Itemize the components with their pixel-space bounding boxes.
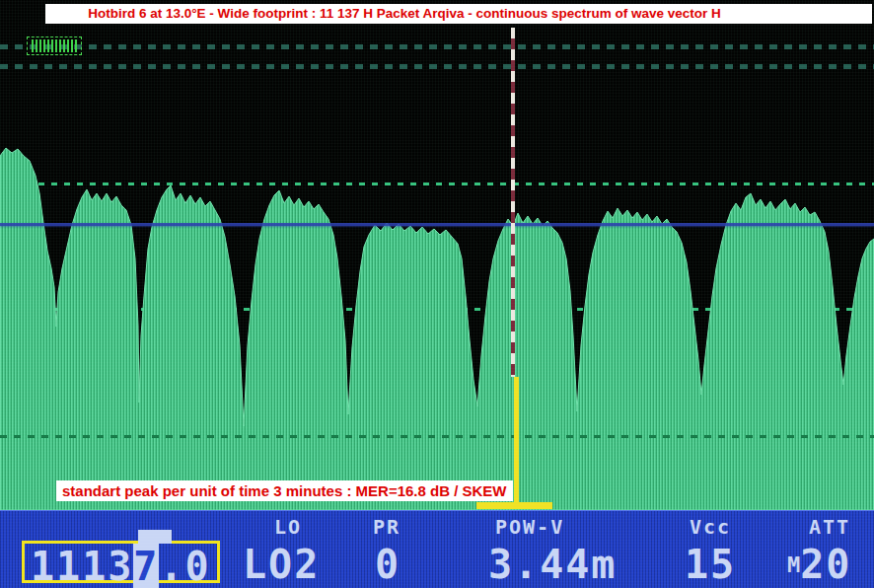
grid-line-top-1 [0,44,874,49]
frequency-cursor-line [511,28,515,377]
lo-label: LO [274,515,302,539]
marker-box-icon [27,37,82,55]
frequency-display[interactable]: 11137.0 [22,541,220,583]
pr-value: 0 [375,542,401,587]
measurement-marker-base [476,502,552,509]
att-label: ATT [809,515,850,539]
spectrum-shape [0,148,874,510]
att-value: M20 [787,542,851,587]
frequency-digit-cursor[interactable] [138,530,172,544]
grid-line-top-2 [0,64,874,69]
pow-v-value: 3.44m [488,542,617,587]
meter-screen: Hotbird 6 at 13.0°E - Wide footprint : 1… [0,0,874,588]
page-title: Hotbird 6 at 13.0°E - Wide footprint : 1… [45,4,872,24]
vcc-label: Vcc [690,515,731,539]
pr-label: PR [373,515,401,539]
vcc-value: 15 [685,542,736,587]
frequency-digits-post: .0 [159,544,210,588]
annotation-label: standart peak per unit of time 3 minutes… [56,480,513,501]
att-number: 20 [800,542,851,587]
threshold-line-blue [0,223,874,226]
lo-value: LO2 [243,542,320,587]
pow-v-label: POW-V [495,515,564,539]
measurement-marker-line [514,377,519,504]
att-mode-prefix: M [787,552,800,577]
frequency-value: 11137.0 [31,544,211,588]
frequency-digits-pre: 1113 [31,544,133,588]
reference-line-floor [0,435,874,438]
status-bar: LO PR POW-V Vcc ATT 11137.0 LO2 0 3.44m … [0,510,874,588]
frequency-digit-selected[interactable]: 7 [133,544,159,588]
